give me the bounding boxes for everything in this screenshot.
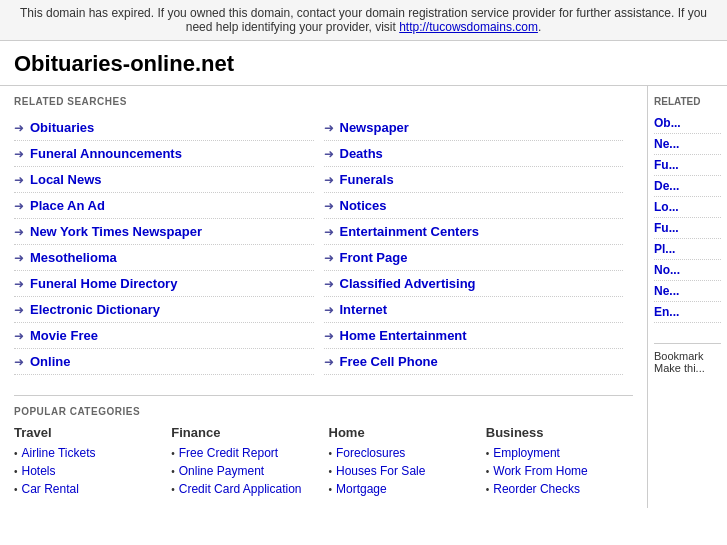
search-link-electronic-dictionary[interactable]: Electronic Dictionary	[30, 302, 160, 317]
list-item: ➜ Classified Advertising	[324, 271, 624, 297]
list-item: ➜ Electronic Dictionary	[14, 297, 314, 323]
arrow-icon: ➜	[324, 355, 334, 369]
arrow-icon: ➜	[324, 329, 334, 343]
arrow-icon: ➜	[324, 251, 334, 265]
list-item: ➜ Local News	[14, 167, 314, 193]
list-item: ➜ Newspaper	[324, 115, 624, 141]
list-item: ➜ Funeral Home Directory	[14, 271, 314, 297]
sidebar-link-lo[interactable]: Lo...	[654, 197, 721, 218]
banner-text: This domain has expired. If you owned th…	[20, 6, 707, 34]
category-link-reorder-checks[interactable]: Reorder Checks	[486, 480, 633, 498]
arrow-icon: ➜	[324, 147, 334, 161]
category-link-foreclosures[interactable]: Foreclosures	[329, 444, 476, 462]
search-link-obituaries[interactable]: Obituaries	[30, 120, 94, 135]
category-link-credit-card-application[interactable]: Credit Card Application	[171, 480, 318, 498]
arrow-icon: ➜	[14, 121, 24, 135]
sidebar-link-ne[interactable]: Ne...	[654, 134, 721, 155]
list-item: ➜ New York Times Newspaper	[14, 219, 314, 245]
sidebar-link-en[interactable]: En...	[654, 302, 721, 323]
category-link-employment[interactable]: Employment	[486, 444, 633, 462]
popular-categories-label: POPULAR CATEGORIES	[14, 406, 633, 417]
arrow-icon: ➜	[14, 251, 24, 265]
sidebar-link-ob[interactable]: Ob...	[654, 113, 721, 134]
site-title: Obituaries-online.net	[0, 41, 727, 86]
search-link-place-an-ad[interactable]: Place An Ad	[30, 198, 105, 213]
sidebar-link-de[interactable]: De...	[654, 176, 721, 197]
arrow-icon: ➜	[324, 173, 334, 187]
category-link-work-from-home[interactable]: Work From Home	[486, 462, 633, 480]
list-item: ➜ Obituaries	[14, 115, 314, 141]
arrow-icon: ➜	[324, 225, 334, 239]
search-link-deaths[interactable]: Deaths	[340, 146, 383, 161]
category-title-finance: Finance	[171, 425, 318, 440]
search-link-internet[interactable]: Internet	[340, 302, 388, 317]
list-item: ➜ Home Entertainment	[324, 323, 624, 349]
list-item: ➜ Notices	[324, 193, 624, 219]
sidebar-link-no[interactable]: No...	[654, 260, 721, 281]
search-link-home-entertainment[interactable]: Home Entertainment	[340, 328, 467, 343]
list-item: ➜ Place An Ad	[14, 193, 314, 219]
list-item: ➜ Funerals	[324, 167, 624, 193]
list-item: ➜ Free Cell Phone	[324, 349, 624, 375]
main-content: RELATED SEARCHES ➜ Obituaries ➜ Funeral …	[0, 86, 647, 508]
category-link-free-credit-report[interactable]: Free Credit Report	[171, 444, 318, 462]
expired-domain-banner: This domain has expired. If you owned th…	[0, 0, 727, 41]
category-link-car-rental[interactable]: Car Rental	[14, 480, 161, 498]
search-column-right: ➜ Newspaper ➜ Deaths ➜ Funerals ➜ Notice…	[324, 115, 634, 375]
arrow-icon: ➜	[14, 277, 24, 291]
search-link-newspaper[interactable]: Newspaper	[340, 120, 409, 135]
category-travel: Travel Airline Tickets Hotels Car Rental	[14, 425, 161, 498]
arrow-icon: ➜	[324, 277, 334, 291]
sidebar-link-fu[interactable]: Fu...	[654, 155, 721, 176]
search-link-local-news[interactable]: Local News	[30, 172, 102, 187]
main-layout: RELATED SEARCHES ➜ Obituaries ➜ Funeral …	[0, 86, 727, 508]
search-column-left: ➜ Obituaries ➜ Funeral Announcements ➜ L…	[14, 115, 324, 375]
category-title-business: Business	[486, 425, 633, 440]
arrow-icon: ➜	[324, 199, 334, 213]
list-item: ➜ Funeral Announcements	[14, 141, 314, 167]
categories-grid: Travel Airline Tickets Hotels Car Rental…	[14, 425, 633, 498]
right-sidebar-label: RELATED	[654, 96, 721, 107]
arrow-icon: ➜	[324, 121, 334, 135]
category-link-online-payment[interactable]: Online Payment	[171, 462, 318, 480]
arrow-icon: ➜	[14, 225, 24, 239]
arrow-icon: ➜	[14, 173, 24, 187]
make-this-label: Make thi...	[654, 362, 721, 374]
related-searches-label: RELATED SEARCHES	[14, 96, 633, 107]
category-link-airline-tickets[interactable]: Airline Tickets	[14, 444, 161, 462]
list-item: ➜ Movie Free	[14, 323, 314, 349]
list-item: ➜ Front Page	[324, 245, 624, 271]
arrow-icon: ➜	[14, 147, 24, 161]
sidebar-link-ne2[interactable]: Ne...	[654, 281, 721, 302]
list-item: ➜ Entertainment Centers	[324, 219, 624, 245]
category-finance: Finance Free Credit Report Online Paymen…	[171, 425, 318, 498]
search-link-entertainment-centers[interactable]: Entertainment Centers	[340, 224, 479, 239]
popular-categories: POPULAR CATEGORIES Travel Airline Ticket…	[14, 395, 633, 498]
sidebar-link-fu2[interactable]: Fu...	[654, 218, 721, 239]
category-home: Home Foreclosures Houses For Sale Mortga…	[329, 425, 476, 498]
list-item: ➜ Internet	[324, 297, 624, 323]
search-link-funeral-announcements[interactable]: Funeral Announcements	[30, 146, 182, 161]
search-link-front-page[interactable]: Front Page	[340, 250, 408, 265]
bookmark-area: Bookmark Make thi...	[654, 343, 721, 374]
category-link-hotels[interactable]: Hotels	[14, 462, 161, 480]
search-link-funeral-home-directory[interactable]: Funeral Home Directory	[30, 276, 177, 291]
arrow-icon: ➜	[324, 303, 334, 317]
search-link-classified-advertising[interactable]: Classified Advertising	[340, 276, 476, 291]
search-link-free-cell-phone[interactable]: Free Cell Phone	[340, 354, 438, 369]
search-link-nyt-newspaper[interactable]: New York Times Newspaper	[30, 224, 202, 239]
arrow-icon: ➜	[14, 355, 24, 369]
list-item: ➜ Deaths	[324, 141, 624, 167]
list-item: ➜ Mesothelioma	[14, 245, 314, 271]
search-link-movie-free[interactable]: Movie Free	[30, 328, 98, 343]
search-link-mesothelioma[interactable]: Mesothelioma	[30, 250, 117, 265]
banner-link[interactable]: http://tucowsdomains.com	[399, 20, 538, 34]
search-link-funerals[interactable]: Funerals	[340, 172, 394, 187]
category-link-mortgage[interactable]: Mortgage	[329, 480, 476, 498]
search-link-online[interactable]: Online	[30, 354, 70, 369]
category-title-home: Home	[329, 425, 476, 440]
search-link-notices[interactable]: Notices	[340, 198, 387, 213]
sidebar-link-pl[interactable]: Pl...	[654, 239, 721, 260]
list-item: ➜ Online	[14, 349, 314, 375]
category-link-houses-for-sale[interactable]: Houses For Sale	[329, 462, 476, 480]
